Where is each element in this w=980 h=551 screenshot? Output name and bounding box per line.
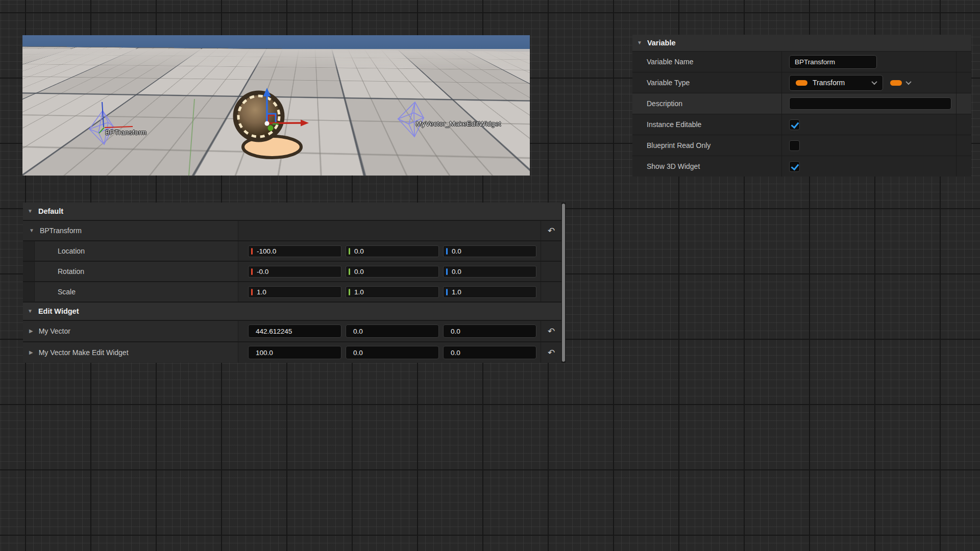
indent-gutter — [23, 241, 35, 261]
show-3d-widget-row: Show 3D Widget — [632, 156, 971, 177]
my-vector-x-field[interactable]: 442.612245 — [248, 324, 341, 338]
y-axis-accent — [349, 248, 350, 255]
my-vector-mew-y-field[interactable]: 0.0 — [346, 346, 439, 359]
rotation-row: Rotation -0.0 0.0 0.0 — [23, 262, 561, 281]
my-vector-label-cell[interactable]: ▶ My Vector — [23, 321, 238, 341]
show-3d-widget-label: Show 3D Widget — [632, 156, 782, 177]
container-type-single-icon — [890, 80, 902, 86]
description-label: Description — [632, 93, 782, 114]
variable-type-label: Variable Type — [632, 72, 782, 93]
rotation-z-field[interactable]: 0.0 — [443, 266, 536, 278]
default-section-title: Default — [38, 207, 63, 215]
variable-name-input[interactable]: BPTransform — [789, 55, 877, 69]
expand-arrow-icon: ▶ — [29, 350, 33, 355]
defaults-details-panel: ▼ Default ▼ BPTransform ↶ Location -100.… — [23, 203, 566, 363]
description-input[interactable] — [789, 97, 951, 110]
my-vector-row: ▶ My Vector 442.612245 0.0 0.0 ↶ — [23, 321, 561, 341]
myvector-3d-widget-wireframe[interactable] — [398, 102, 424, 137]
rotation-x-field[interactable]: -0.0 — [248, 266, 341, 278]
gizmo-origin-dot[interactable] — [265, 121, 270, 126]
x-axis-accent — [251, 289, 253, 295]
edit-widget-section-title: Edit Widget — [38, 307, 79, 315]
my-vector-make-edit-widget-row: ▶ My Vector Make Edit Widget 100.0 0.0 0… — [23, 342, 561, 363]
y-axis-accent — [349, 268, 350, 275]
grid-y-axis-line — [189, 99, 194, 176]
bptransform-property-label[interactable]: ▼ BPTransform — [23, 221, 238, 240]
variable-panel: ▼ Variable Variable Name BPTransform Var… — [632, 35, 971, 177]
rotation-label: Rotation — [58, 267, 84, 276]
chevron-down-icon — [871, 79, 877, 85]
container-type-dropdown[interactable] — [887, 80, 911, 86]
scale-y-field[interactable]: 1.0 — [346, 286, 439, 298]
collapse-arrow-icon: ▼ — [637, 40, 642, 45]
variable-name-row: Variable Name BPTransform — [632, 52, 971, 72]
scale-row: Scale 1.0 1.0 1.0 — [23, 282, 561, 302]
z-axis-accent — [446, 289, 448, 295]
variable-type-row: Variable Type Transform — [632, 72, 971, 93]
blueprint-read-only-label: Blueprint Read Only — [632, 135, 782, 156]
default-section-header[interactable]: ▼ Default — [23, 203, 561, 220]
collapse-arrow-icon: ▼ — [28, 209, 33, 214]
description-row: Description — [632, 93, 971, 114]
edit-widget-section-header[interactable]: ▼ Edit Widget — [23, 303, 561, 320]
rotation-y-field[interactable]: 0.0 — [346, 266, 439, 278]
location-y-field[interactable]: 0.0 — [346, 245, 439, 257]
viewport-scene-overlay — [22, 35, 530, 176]
variable-section-header[interactable]: ▼ Variable — [632, 35, 971, 51]
variable-name-label: Variable Name — [632, 52, 782, 72]
my-vector-z-field[interactable]: 0.0 — [443, 324, 536, 338]
y-axis-accent — [349, 289, 350, 295]
indent-gutter — [23, 282, 35, 302]
x-axis-accent — [251, 248, 253, 255]
collapse-arrow-icon: ▼ — [29, 228, 34, 233]
my-vector-y-field[interactable]: 0.0 — [346, 324, 439, 338]
gizmo-x-arrowhead[interactable] — [301, 120, 309, 127]
blueprint-read-only-checkbox[interactable] — [789, 140, 800, 151]
my-vector-mew-x-field[interactable]: 100.0 — [248, 346, 341, 359]
scale-label: Scale — [58, 288, 76, 296]
gizmo-x-axis-arrow[interactable] — [268, 123, 301, 123]
variable-type-dropdown[interactable]: Transform — [789, 75, 883, 91]
scale-x-field[interactable]: 1.0 — [248, 286, 341, 298]
reset-to-default-button[interactable]: ↶ — [548, 327, 555, 336]
indent-gutter — [23, 262, 35, 281]
instance-editable-row: Instance Editable — [632, 114, 971, 135]
instance-editable-checkbox[interactable] — [789, 119, 800, 130]
reset-to-default-button[interactable]: ↶ — [548, 227, 555, 235]
z-axis-accent — [446, 248, 448, 255]
show-3d-widget-checkbox[interactable] — [789, 161, 800, 172]
reset-to-default-button[interactable]: ↶ — [548, 348, 555, 357]
blueprint-read-only-row: Blueprint Read Only — [632, 135, 971, 156]
z-axis-accent — [446, 268, 448, 275]
my-vector-make-edit-widget-label-cell[interactable]: ▶ My Vector Make Edit Widget — [23, 342, 238, 363]
instance-editable-label: Instance Editable — [632, 114, 782, 135]
blueprint-editor-graph-background[interactable]: BPTransform MyVector_MakeEditWidget ▼ Va… — [0, 0, 980, 551]
details-panel-scrollbar[interactable] — [562, 204, 565, 362]
location-x-field[interactable]: -100.0 — [248, 245, 341, 257]
collapse-arrow-icon: ▼ — [28, 309, 33, 314]
x-axis-accent — [251, 268, 253, 275]
viewport-3d-preview[interactable]: BPTransform MyVector_MakeEditWidget — [22, 35, 530, 176]
expand-arrow-icon: ▶ — [29, 329, 33, 334]
variable-type-value: Transform — [813, 79, 867, 87]
location-z-field[interactable]: 0.0 — [443, 245, 536, 257]
my-vector-mew-z-field[interactable]: 0.0 — [443, 346, 536, 359]
bptransform-property-row: ▼ BPTransform ↶ — [23, 221, 561, 240]
gizmo-y-handle-dot[interactable] — [268, 126, 274, 131]
location-row: Location -100.0 0.0 0.0 — [23, 241, 561, 261]
actor-label-bptransform: BPTransform — [105, 129, 146, 136]
scale-z-field[interactable]: 1.0 — [443, 286, 536, 298]
variable-section-title: Variable — [647, 39, 676, 47]
transform-pin-type-icon — [796, 80, 807, 86]
chevron-down-icon — [905, 79, 911, 85]
location-label: Location — [58, 247, 85, 255]
actor-label-myvector-makeeditwidget: MyVector_MakeEditWidget — [416, 120, 501, 128]
